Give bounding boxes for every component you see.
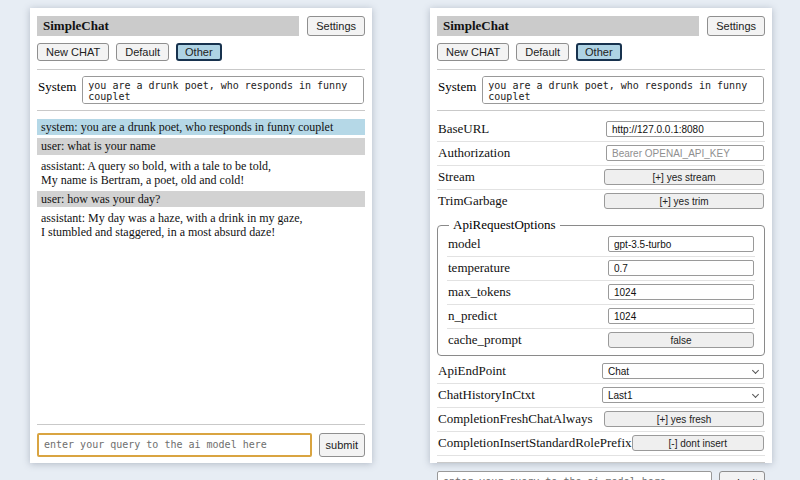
- completion-insert-standard-role-prefix-label: CompletionInsertStandardRolePrefix: [438, 435, 632, 451]
- setting-row-api-endpoint: ApiEndPoint Chat: [437, 360, 765, 384]
- setting-row-n-predict: n_predict: [447, 305, 755, 329]
- system-prompt-row: System you are a drunk poet, who respond…: [37, 76, 365, 104]
- system-prompt-input[interactable]: you are a drunk poet, who responds in fu…: [482, 76, 764, 104]
- settings-button[interactable]: Settings: [307, 16, 365, 36]
- chat-message-system: system: you are a drunk poet, who respon…: [37, 119, 365, 135]
- temperature-input[interactable]: [608, 260, 754, 276]
- authorization-label: Authorization: [438, 145, 510, 161]
- chat-message-assistant: assistant: My day was a haze, with a dri…: [37, 210, 365, 240]
- baseurl-label: BaseURL: [438, 121, 489, 137]
- chat-message-list: system: you are a drunk poet, who respon…: [37, 119, 365, 243]
- max-tokens-label: max_tokens: [448, 284, 511, 300]
- submit-button[interactable]: submit: [319, 433, 365, 457]
- session-button-default[interactable]: Default: [116, 43, 169, 61]
- cache-prompt-label: cache_prompt: [448, 332, 522, 348]
- divider: [437, 462, 765, 463]
- chat-message-assistant: assistant: A query so bold, with a tale …: [37, 158, 365, 188]
- model-label: model: [448, 236, 481, 252]
- temperature-label: temperature: [448, 260, 510, 276]
- setting-row-trimgarbage: TrimGarbage [+] yes trim: [437, 190, 765, 213]
- completion-fresh-chat-always-toggle-button[interactable]: [+] yes fresh: [604, 411, 764, 427]
- n-predict-input[interactable]: [608, 308, 754, 324]
- stream-toggle-button[interactable]: [+] yes stream: [604, 169, 764, 185]
- submit-button[interactable]: submit: [719, 471, 765, 480]
- api-endpoint-select[interactable]: Chat: [602, 363, 764, 379]
- settings-form: BaseURL Authorization Stream [+] yes str…: [437, 118, 765, 456]
- system-prompt-label: System: [438, 76, 476, 95]
- stream-label: Stream: [438, 169, 475, 185]
- chat-panel: SimpleChat Settings New CHAT Default Oth…: [30, 8, 372, 463]
- chat-message-user: user: what is your name: [37, 138, 365, 154]
- chat-history-in-ctxt-select[interactable]: Last1: [602, 387, 764, 403]
- settings-button[interactable]: Settings: [707, 16, 765, 36]
- setting-row-authorization: Authorization: [437, 142, 765, 166]
- query-row: submit: [37, 433, 365, 457]
- new-chat-button[interactable]: New CHAT: [437, 43, 509, 61]
- app-title: SimpleChat: [437, 16, 699, 36]
- setting-row-completion-fresh-chat-always: CompletionFreshChatAlways [+] yes fresh: [437, 408, 765, 432]
- divider: [37, 110, 365, 111]
- trimgarbage-toggle-button[interactable]: [+] yes trim: [604, 193, 764, 209]
- chat-history-in-ctxt-label: ChatHistoryInCtxt: [438, 387, 535, 403]
- setting-row-completion-insert-standard-role-prefix: CompletionInsertStandardRolePrefix [-] d…: [437, 432, 765, 456]
- chat-history-selected-value: Last1: [608, 390, 632, 401]
- query-input[interactable]: [37, 433, 312, 457]
- n-predict-label: n_predict: [448, 308, 497, 324]
- trimgarbage-label: TrimGarbage: [438, 193, 508, 209]
- titlebar: SimpleChat Settings: [37, 16, 365, 36]
- api-endpoint-label: ApiEndPoint: [438, 363, 506, 379]
- divider: [437, 110, 765, 111]
- app-title: SimpleChat: [37, 16, 299, 36]
- chat-message-user: user: how was your day?: [37, 191, 365, 207]
- authorization-input[interactable]: [606, 145, 764, 161]
- api-endpoint-selected-value: Chat: [608, 366, 629, 377]
- divider: [437, 69, 765, 70]
- api-request-options-fieldset: ApiRequestOptions model temperature max_…: [437, 217, 765, 356]
- query-row: submit: [437, 471, 765, 480]
- setting-row-temperature: temperature: [447, 257, 755, 281]
- chevron-down-icon: [752, 367, 759, 374]
- system-prompt-label: System: [38, 76, 76, 95]
- query-input[interactable]: [437, 471, 712, 480]
- settings-panel: SimpleChat Settings New CHAT Default Oth…: [430, 8, 772, 463]
- divider: [37, 424, 365, 425]
- completion-fresh-chat-always-label: CompletionFreshChatAlways: [438, 411, 593, 427]
- completion-insert-standard-role-prefix-toggle-button[interactable]: [-] dont insert: [632, 435, 764, 451]
- session-buttons-row: New CHAT Default Other: [37, 43, 365, 61]
- session-button-other[interactable]: Other: [576, 43, 622, 61]
- session-button-other[interactable]: Other: [176, 43, 222, 61]
- system-prompt-input[interactable]: you are a drunk poet, who responds in fu…: [82, 76, 364, 104]
- setting-row-chat-history-in-ctxt: ChatHistoryInCtxt Last1: [437, 384, 765, 408]
- max-tokens-input[interactable]: [608, 284, 754, 300]
- new-chat-button[interactable]: New CHAT: [37, 43, 109, 61]
- cache-prompt-toggle-button[interactable]: false: [608, 332, 754, 348]
- setting-row-cache-prompt: cache_prompt false: [447, 329, 755, 352]
- empty-space: [37, 243, 365, 418]
- divider: [37, 69, 365, 70]
- setting-row-baseurl: BaseURL: [437, 118, 765, 142]
- titlebar: SimpleChat Settings: [437, 16, 765, 36]
- api-request-options-legend: ApiRequestOptions: [449, 217, 560, 233]
- setting-row-max-tokens: max_tokens: [447, 281, 755, 305]
- setting-row-stream: Stream [+] yes stream: [437, 166, 765, 190]
- screenshot-stage: SimpleChat Settings New CHAT Default Oth…: [0, 0, 800, 480]
- session-button-default[interactable]: Default: [516, 43, 569, 61]
- setting-row-model: model: [447, 233, 755, 257]
- chevron-down-icon: [752, 391, 759, 398]
- system-prompt-row: System you are a drunk poet, who respond…: [437, 76, 765, 104]
- model-input[interactable]: [608, 236, 754, 252]
- session-buttons-row: New CHAT Default Other: [437, 43, 765, 61]
- baseurl-input[interactable]: [606, 121, 764, 137]
